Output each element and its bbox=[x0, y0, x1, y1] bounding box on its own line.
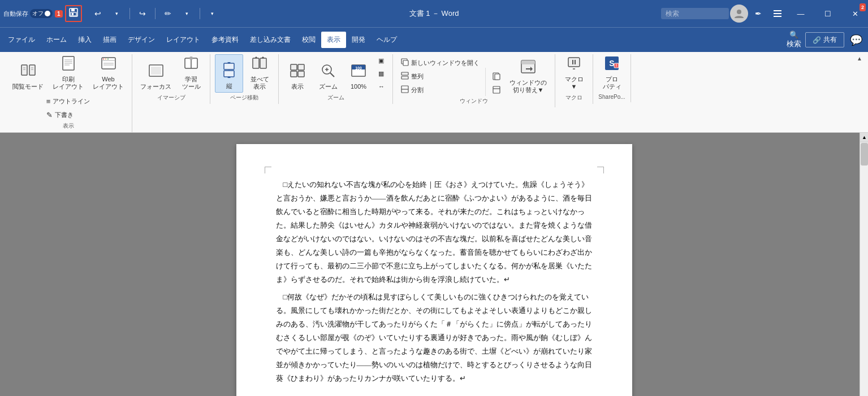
side-by-side-icon bbox=[252, 55, 267, 75]
web-layout-label: Webレイアウト bbox=[93, 76, 124, 90]
split-label: 分割 bbox=[411, 86, 424, 94]
svg-rect-37 bbox=[298, 71, 304, 77]
minimize-button[interactable]: — bbox=[788, 0, 814, 27]
paragraph-2[interactable]: □何故《なぜ》だかその頃私は見すぼらしくて美しいものに強くひきつけられたのを覚え… bbox=[276, 290, 593, 385]
svg-rect-46 bbox=[403, 60, 408, 66]
reading-mode-button[interactable]: 閲覧モード bbox=[9, 54, 47, 93]
user-avatar[interactable] bbox=[730, 5, 748, 23]
menu-insert[interactable]: 挿入 bbox=[72, 32, 97, 48]
svg-rect-1 bbox=[71, 8, 75, 11]
vertical-scrollbar[interactable]: ▲ ▼ bbox=[860, 133, 868, 396]
web-layout-button[interactable]: Webレイアウト bbox=[89, 54, 127, 93]
copy-window-icon-button[interactable] bbox=[489, 70, 504, 82]
learning-tools-button[interactable]: 学習ツール bbox=[177, 54, 205, 93]
scroll-thumb[interactable] bbox=[861, 143, 868, 166]
comment-button[interactable]: 💬 bbox=[847, 32, 866, 49]
save-button[interactable] bbox=[65, 5, 82, 22]
svg-rect-7 bbox=[774, 16, 781, 17]
toggle-state-text: オフ bbox=[32, 10, 44, 18]
svg-rect-53 bbox=[493, 86, 500, 93]
badge-1: 1 bbox=[55, 10, 63, 18]
menu-review[interactable]: 校閲 bbox=[296, 32, 321, 48]
web-layout-icon bbox=[101, 55, 116, 75]
side-by-side-button[interactable]: 並べて表示 bbox=[245, 54, 274, 93]
share-button[interactable]: 🔗 共有 bbox=[805, 32, 844, 47]
ribbon-group-zoom: 表示 ズーム bbox=[279, 54, 393, 104]
menu-home[interactable]: ホーム bbox=[41, 32, 72, 48]
menu-help[interactable]: ヘルプ bbox=[371, 32, 403, 48]
svg-point-23 bbox=[107, 58, 109, 59]
svg-rect-3 bbox=[72, 13, 74, 15]
vertical-label: 縦 bbox=[226, 82, 232, 90]
print-layout-button[interactable]: 印刷レイアウト bbox=[49, 54, 87, 93]
svg-rect-32 bbox=[253, 58, 259, 68]
menu-design[interactable]: デザイン bbox=[122, 32, 161, 48]
view-display-button[interactable]: 表示 bbox=[283, 54, 312, 93]
title-search-input[interactable] bbox=[661, 8, 729, 19]
outline-icon: ≡ bbox=[46, 97, 51, 106]
menu-layout[interactable]: レイアウト bbox=[161, 32, 206, 48]
zoom-100-icon: 100 bbox=[351, 63, 366, 82]
undo-dropdown[interactable]: ▾ bbox=[108, 5, 126, 23]
menu-draw[interactable]: 描画 bbox=[97, 32, 122, 48]
page-corner-tr bbox=[597, 167, 604, 173]
view-display-label: 表示 bbox=[291, 83, 304, 90]
draft-button[interactable]: ✎ 下書き bbox=[43, 108, 94, 121]
arrange-label: 整列 bbox=[411, 72, 424, 81]
draw-button[interactable]: ✏ bbox=[159, 5, 177, 23]
menu-search-button[interactable]: 🔍 検索 bbox=[785, 31, 803, 49]
document-title: 文書 1 － Word bbox=[409, 8, 459, 19]
svg-rect-35 bbox=[298, 64, 304, 70]
zoom-group-label: ズーム bbox=[283, 94, 388, 102]
pen-icon-button[interactable]: ✒ bbox=[749, 5, 767, 23]
redo-button[interactable]: ↪ bbox=[133, 5, 152, 23]
draw-dropdown[interactable]: ▾ bbox=[178, 5, 196, 23]
menu-references[interactable]: 参考資料 bbox=[206, 32, 244, 48]
menu-mailings[interactable]: 差し込み文書 bbox=[244, 32, 296, 48]
qat-separator-3 bbox=[200, 8, 200, 19]
svg-point-4 bbox=[737, 10, 741, 14]
macro-group-label: マクロ bbox=[560, 94, 588, 102]
page-width-button[interactable]: ↔ bbox=[375, 80, 388, 93]
svg-rect-58 bbox=[572, 60, 573, 64]
one-page-button[interactable]: ▣ bbox=[375, 54, 388, 67]
title-bar: 自動保存 オフ 1 ↩ ▾ ↪ ✏ ▾ ▾ 文 bbox=[0, 0, 868, 27]
svg-point-22 bbox=[105, 58, 106, 59]
vertical-scroll-button[interactable]: 縦 bbox=[215, 54, 243, 93]
split-button[interactable]: 分割 bbox=[398, 84, 483, 96]
maximize-button[interactable]: ☐ bbox=[815, 0, 841, 27]
immersive-group-label: イマーシブ bbox=[137, 94, 205, 102]
ribbon-group-sharepoint: S i プロパティ SharePo... bbox=[593, 54, 631, 102]
switch-window-button[interactable]: ウィンドウの切り替え▼ bbox=[506, 58, 550, 96]
titlebar-center: 文書 1 － Word bbox=[409, 8, 459, 19]
focus-button[interactable]: フォーカス bbox=[137, 54, 175, 93]
arrange-button[interactable]: 整列 bbox=[398, 70, 483, 82]
svg-rect-9 bbox=[29, 65, 35, 75]
paragraph-1[interactable]: □えたいの知れない不吉な塊が私の心を始終｜圧《おさ》えつけていた。焦躁《しょうそ… bbox=[276, 178, 593, 286]
print-layout-label: 印刷レイアウト bbox=[53, 76, 84, 90]
new-window-button[interactable]: 新しいウィンドウを開く bbox=[398, 56, 483, 69]
zoom-icon bbox=[320, 63, 336, 82]
zoom-100-button[interactable]: 100 100% bbox=[344, 54, 373, 93]
one-page-icon: ▣ bbox=[378, 57, 384, 64]
outline-button[interactable]: ≡ アウトライン bbox=[43, 95, 94, 107]
copy-icon-2-button[interactable] bbox=[489, 84, 504, 96]
customize-qat[interactable]: ▾ bbox=[204, 5, 222, 23]
close-button[interactable]: ✕ 2 bbox=[842, 0, 868, 27]
zoom-button[interactable]: ズーム bbox=[314, 54, 342, 93]
menu-view[interactable]: 表示 bbox=[321, 32, 346, 48]
focus-label: フォーカス bbox=[140, 83, 171, 90]
expand-ribbon-button[interactable]: ▲ bbox=[856, 54, 863, 63]
menu-file[interactable]: ファイル bbox=[2, 32, 41, 48]
macro-button[interactable]: マクロ▼ bbox=[560, 54, 588, 93]
scroll-up-arrow[interactable]: ▲ bbox=[860, 133, 868, 142]
menu-dev[interactable]: 開発 bbox=[346, 32, 371, 48]
properties-button[interactable]: S i プロパティ bbox=[598, 54, 626, 93]
undo-button[interactable]: ↩ bbox=[89, 5, 107, 23]
multi-page-button[interactable]: ▦ bbox=[375, 67, 388, 80]
svg-text:100: 100 bbox=[355, 66, 362, 70]
autosave-toggle[interactable]: オフ bbox=[30, 9, 53, 18]
document-page[interactable]: □えたいの知れない不吉な塊が私の心を始終｜圧《おさ》えつけていた。焦躁《しょうそ… bbox=[236, 144, 632, 396]
share-label: 共有 bbox=[823, 35, 837, 45]
ribbon-display-button[interactable] bbox=[768, 5, 787, 23]
